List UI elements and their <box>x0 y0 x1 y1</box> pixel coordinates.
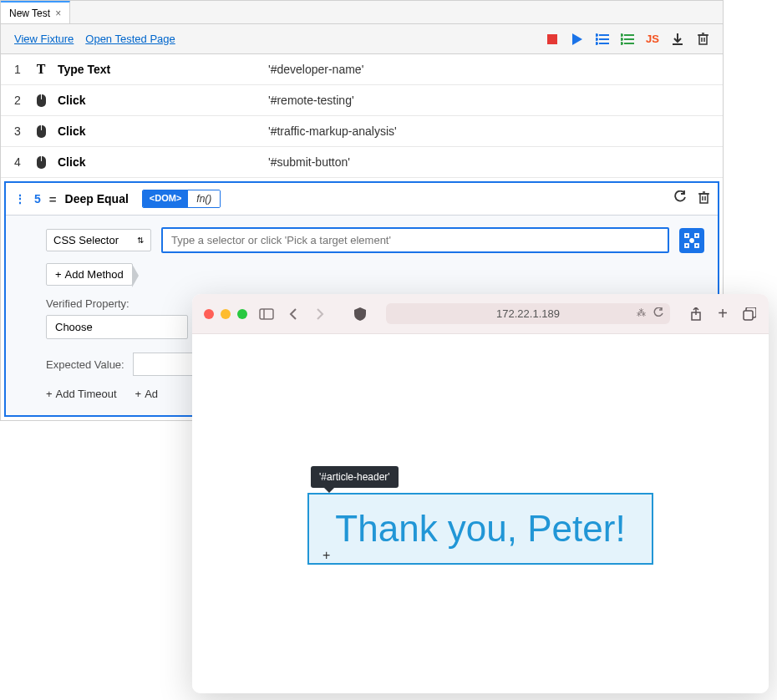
step-name: Deep Equal <box>65 192 129 205</box>
step-name: Click <box>58 94 258 107</box>
step-name: Click <box>58 155 258 169</box>
js-icon[interactable]: JS <box>646 33 659 46</box>
address-bar[interactable]: 172.22.1.189 ⁂ <box>386 303 670 324</box>
mouse-icon <box>34 94 48 107</box>
mouse-icon <box>34 155 48 169</box>
stop-icon[interactable] <box>546 33 559 46</box>
open-tested-page-link[interactable]: Open Tested Page <box>85 33 175 45</box>
add-message-button[interactable]: + Ad <box>135 388 159 400</box>
svg-point-13 <box>621 43 622 44</box>
step-target: '#remote-testing' <box>268 94 354 107</box>
svg-rect-16 <box>699 35 707 44</box>
step-target: '#submit-button' <box>268 155 350 169</box>
highlighted-element[interactable]: Thank you, Peter! <box>307 493 653 565</box>
traffic-lights <box>204 309 247 319</box>
step-number: 2 <box>14 94 24 107</box>
tab-title: New Test <box>9 8 50 19</box>
expected-value-label: Expected Value: <box>46 358 124 371</box>
svg-rect-32 <box>685 234 688 237</box>
list-icon[interactable] <box>596 33 609 46</box>
svg-point-11 <box>621 34 622 36</box>
forward-icon[interactable] <box>312 307 328 322</box>
add-msg-label: Ad <box>145 388 158 400</box>
step-row[interactable]: 3 Click '#traffic-markup-analysis' <box>1 116 723 147</box>
svg-point-7 <box>596 43 597 44</box>
svg-rect-26 <box>41 156 42 161</box>
list-check-icon[interactable] <box>621 33 634 46</box>
svg-rect-41 <box>744 311 753 320</box>
step-row[interactable]: 2 Click '#remote-testing' <box>1 85 723 116</box>
svg-rect-27 <box>700 194 708 203</box>
svg-point-5 <box>596 34 597 36</box>
add-method-button[interactable]: + Add Method <box>46 263 133 286</box>
add-timeout-button[interactable]: + Add Timeout <box>46 388 117 400</box>
translate-icon[interactable]: ⁂ <box>637 307 646 321</box>
maximize-window-icon[interactable] <box>237 309 247 319</box>
type-text-icon: T <box>34 63 48 76</box>
svg-point-6 <box>596 38 597 40</box>
tooltip-text: '#article-header' <box>319 471 390 483</box>
plus-icon: + <box>46 388 53 400</box>
step-number: 3 <box>14 124 24 138</box>
sidebar-icon[interactable] <box>259 307 274 322</box>
browser-viewport: '#article-header' Thank you, Peter! + <box>192 334 769 693</box>
refresh-icon[interactable] <box>673 190 687 207</box>
selector-type-value: CSS Selector <box>53 234 119 246</box>
svg-rect-22 <box>41 94 42 99</box>
drag-handle-icon[interactable]: ⋮ <box>14 192 26 205</box>
active-step-header: ⋮ 5 = Deep Equal <DOM> fn() <box>6 183 718 216</box>
step-row[interactable]: 1 T Type Text '#developer-name' <box>1 54 723 85</box>
step-row[interactable]: 4 Click '#submit-button' <box>1 147 723 178</box>
dom-mode[interactable]: <DOM> <box>143 190 189 207</box>
browser-window: 172.22.1.189 ⁂ + '#article-header' Thank… <box>192 294 769 693</box>
chevron-updown-icon: ⇅ <box>137 236 144 245</box>
pick-target-button[interactable] <box>679 228 704 253</box>
step-name: Type Text <box>58 63 258 76</box>
step-name: Click <box>58 124 258 138</box>
tab-bar: New Test × <box>1 1 723 24</box>
delete-icon[interactable] <box>696 33 709 46</box>
svg-rect-0 <box>547 34 557 44</box>
svg-rect-24 <box>41 125 42 130</box>
address-text: 172.22.1.189 <box>496 307 560 320</box>
equals-icon: = <box>49 192 57 206</box>
svg-point-12 <box>621 38 622 40</box>
share-icon[interactable] <box>688 307 703 322</box>
tab-new-test[interactable]: New Test × <box>1 1 70 23</box>
choose-value: Choose <box>55 321 93 333</box>
minimize-window-icon[interactable] <box>221 309 231 319</box>
svg-rect-35 <box>695 244 698 247</box>
step-target: '#developer-name' <box>268 63 363 76</box>
shield-icon[interactable] <box>353 307 368 322</box>
svg-point-36 <box>690 239 693 242</box>
close-window-icon[interactable] <box>204 309 214 319</box>
view-fixture-link[interactable]: View Fixture <box>14 33 74 45</box>
reload-icon[interactable] <box>653 307 663 321</box>
play-icon[interactable] <box>571 33 584 46</box>
download-icon[interactable] <box>671 33 684 46</box>
link-bar: View Fixture Open Tested Page JS <box>1 24 723 54</box>
delete-icon[interactable] <box>698 191 709 207</box>
svg-rect-33 <box>695 234 698 237</box>
step-target: '#traffic-markup-analysis' <box>268 124 397 138</box>
toolbar: JS <box>546 33 709 46</box>
plus-icon: + <box>55 268 62 281</box>
new-tab-icon[interactable]: + <box>715 307 730 322</box>
svg-marker-1 <box>572 33 582 45</box>
mouse-icon <box>34 124 48 138</box>
add-method-label: Add Method <box>65 268 124 281</box>
fn-mode[interactable]: fn() <box>188 190 220 207</box>
step-number: 4 <box>14 155 24 169</box>
selector-type-dropdown[interactable]: CSS Selector ⇅ <box>46 229 151 251</box>
step-number: 5 <box>34 192 41 205</box>
selector-input[interactable] <box>161 227 669 253</box>
crosshair-cursor-icon: + <box>322 548 330 563</box>
back-icon[interactable] <box>286 307 301 322</box>
tabs-icon[interactable] <box>742 307 757 322</box>
selector-tooltip: '#article-header' <box>311 466 399 488</box>
expected-value-input[interactable] <box>133 353 200 376</box>
mode-toggle[interactable]: <DOM> fn() <box>142 190 221 208</box>
verified-property-dropdown[interactable]: Choose <box>46 315 188 339</box>
close-icon[interactable]: × <box>55 8 61 19</box>
add-timeout-label: Add Timeout <box>56 388 117 400</box>
